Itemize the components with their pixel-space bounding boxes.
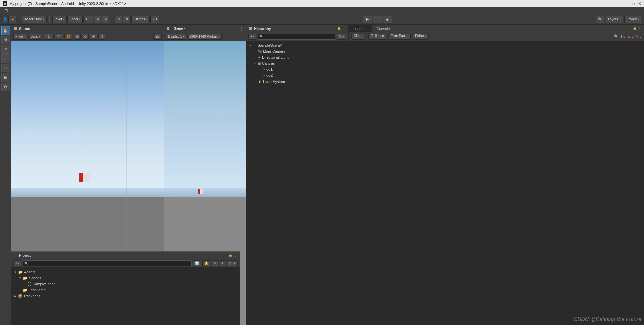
project-add-btn[interactable]: + ▾ [13, 260, 21, 266]
hierarchy-item-eventsystem[interactable]: ⚡ EventSystem [246, 78, 348, 85]
minimize-button[interactable]: — [625, 1, 629, 6]
shading-button[interactable]: ⊛ [123, 16, 131, 23]
display-label: Display 1 [168, 35, 182, 38]
scene-more-icon[interactable]: ⋮ [157, 26, 161, 31]
clear-button[interactable]: Clear [351, 34, 364, 40]
display-dropdown[interactable]: Display 1 ▾ [166, 34, 186, 40]
game-white-block [200, 189, 203, 194]
pause-button[interactable]: ⏸ [373, 16, 382, 23]
project-item-packages[interactable]: ▶ 📦 Packages [11, 293, 240, 299]
grid-h2 [11, 231, 164, 231]
hierarchy-item-maincamera[interactable]: 📷 Main Camera [246, 48, 348, 54]
pivot-button[interactable]: Pivot ▾ [52, 16, 67, 23]
scene-game-object [79, 173, 90, 182]
transform-tool[interactable]: ⊞ [1, 73, 10, 82]
project-info-btn[interactable]: ℹ [220, 260, 225, 266]
inspector-right-controls: 🔒 ⋮ [630, 26, 644, 30]
gizmos-button[interactable]: Gizmos ▾ [131, 16, 150, 23]
hierarchy-item-go1[interactable]: ◇ go1 [246, 66, 348, 72]
layers-button[interactable]: Layers ▾ [606, 16, 623, 23]
hierarchy-lock-icon[interactable]: 🔒 [337, 26, 341, 30]
play-button[interactable]: ▶ [363, 16, 372, 23]
move-tool[interactable]: ✥ [1, 36, 10, 44]
project-toolbar: + ▾ 🔍 🔄 ⭐ ✎ ℹ ⊞ 12 [11, 259, 240, 268]
window-title: My project (7) - SampleScene - Android -… [9, 2, 623, 6]
skybox-icon-btn[interactable]: ☀ [90, 34, 97, 40]
project-search[interactable]: 🔍 [23, 260, 192, 266]
layout-button[interactable]: Layout ▾ [624, 16, 641, 23]
game-more-icon[interactable]: ⋮ [239, 26, 243, 31]
project-item-samplescene[interactable]: ⛶ SampleScene [11, 281, 240, 287]
snap-value[interactable]: 1 [44, 34, 54, 40]
hierarchy-item-dirlight[interactable]: ☀ Directional Light [246, 54, 348, 60]
inspector-lock-icon[interactable]: 🔒 [633, 26, 637, 30]
hierarchy-search[interactable]: 🔍 [258, 34, 335, 40]
local-dropdown[interactable]: Local ▾ [28, 34, 42, 40]
hierarchy-add-btn[interactable]: + ▾ [248, 34, 256, 40]
project-item-assets[interactable]: ▼ 📁 Assets [11, 269, 240, 275]
inspector-more-icon[interactable]: ⋮ [638, 26, 641, 30]
project-edit-btn[interactable]: ✎ [212, 260, 218, 266]
2d-mode-btn[interactable]: 2D [153, 34, 162, 40]
project-more-icon[interactable]: ⋮ [234, 253, 237, 257]
snap-input[interactable]: 1 [83, 16, 93, 23]
hierarchy-go1-label: go1 [266, 67, 273, 71]
resolution-dropdown[interactable]: 2960x1440 Portrait ▾ [187, 34, 222, 40]
scale-tool[interactable]: ⤢ [1, 54, 10, 63]
light-icon: ☀ [258, 56, 261, 59]
pivot-label: Pivot [55, 17, 62, 21]
window-controls[interactable]: — □ ✕ [625, 1, 641, 6]
toolbar-separator-1 [19, 16, 19, 23]
collapse-button[interactable]: Collapse [368, 34, 386, 40]
hierarchy-item-go2[interactable]: ◇ go2 [246, 72, 348, 78]
project-sync-btn[interactable]: 🔄 [193, 260, 201, 266]
scene-tools-sidebar: ✋ ✥ ↻ ⤢ ⤡ ⊞ ⚙ [0, 25, 11, 325]
insp-search-icon[interactable]: 🔍 [614, 34, 619, 39]
hierarchy-eventsystem-label: EventSystem [263, 79, 285, 84]
grid-button[interactable]: ⊞ [94, 16, 101, 23]
search-button[interactable]: 🔍 [596, 16, 604, 23]
samplescene-asset-icon: ⛶ [28, 282, 31, 286]
account-icon: 👤 [3, 17, 8, 22]
hierarchy-item-samplescene[interactable]: ▼ ⛶ SampleScene* [246, 42, 348, 48]
2d-button[interactable]: 2D [150, 16, 159, 23]
close-button[interactable]: ✕ [638, 1, 641, 6]
hand-tool[interactable]: ✋ [1, 26, 10, 35]
camera-icon-btn[interactable]: 📷 [55, 34, 63, 40]
asset-store-button[interactable]: Asset Store ▾ [22, 16, 47, 23]
light-icon-btn[interactable]: 🔆 [64, 34, 72, 40]
info-count-icon: ℹ [621, 35, 622, 38]
cloud-button[interactable]: ☁ [8, 16, 16, 23]
tab-inspector[interactable]: Inspector [349, 25, 372, 32]
project-item-testdemo[interactable]: 📁 TestDemo [11, 287, 240, 293]
scene-settings-btn[interactable]: ⚙ [98, 34, 105, 40]
tab-console[interactable]: Console [372, 25, 394, 32]
project-item-scenes[interactable]: ▼ 📁 Scenes [11, 275, 240, 281]
game-object [198, 189, 203, 194]
step-button[interactable]: ⏭ [383, 16, 392, 23]
hierarchy-toolbar: + ▾ 🔍 All ▾ [246, 32, 348, 41]
editor-dropdown[interactable]: Editor ▾ [413, 34, 429, 40]
go1-icon: ◇ [262, 68, 265, 71]
pivot-dropdown[interactable]: Pivot ▾ [13, 34, 27, 40]
hierarchy-more-icon[interactable]: ⋮ [342, 26, 346, 30]
local-button[interactable]: Local ▾ [67, 16, 83, 23]
snap-button[interactable]: ⊟ [102, 16, 109, 23]
menu-file[interactable]: File [2, 8, 13, 13]
effect-icon-btn[interactable]: ⊚ [82, 34, 89, 40]
game-panel-header: ☰ Game ▾ ⋮ [164, 25, 246, 32]
packages-icon: 📦 [18, 294, 23, 299]
persp-button[interactable]: ⊙ [115, 16, 122, 23]
hierarchy-all-btn[interactable]: All ▾ [337, 34, 346, 40]
error-pause-button[interactable]: Error Pause [388, 34, 411, 40]
custom-tool[interactable]: ⚙ [1, 83, 10, 91]
game-tab-btn[interactable]: Game ▾ [172, 25, 187, 32]
2d-label: 2D [153, 17, 157, 21]
project-lock-icon[interactable]: 🔒 [228, 253, 232, 257]
project-star-btn[interactable]: ⭐ [202, 260, 210, 266]
audio-icon-btn[interactable]: ⊙ [74, 34, 81, 40]
maximize-button[interactable]: □ [632, 1, 635, 6]
rect-tool[interactable]: ⤡ [1, 64, 10, 72]
hierarchy-item-canvas[interactable]: ▼ ▦ Canvas [246, 60, 348, 66]
rotate-tool[interactable]: ↻ [1, 45, 10, 54]
